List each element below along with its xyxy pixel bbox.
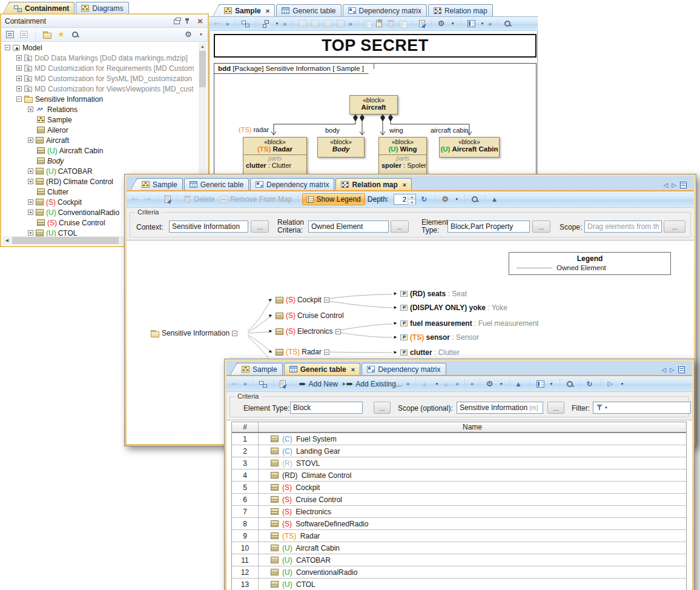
block-radar[interactable]: «block»(TS)Radarpartsclutter : Clutter: [243, 137, 307, 176]
collapse-toggle[interactable]: −: [324, 350, 329, 355]
map-node-sensor[interactable]: ►(TS) sensor : Sensor: [393, 333, 479, 342]
expand-toggle[interactable]: +: [28, 179, 33, 184]
block-aircraft[interactable]: «block»Aircraft: [349, 95, 398, 114]
dropdown-arrow-button[interactable]: ▼: [448, 18, 457, 30]
table-row-fuel-system[interactable]: 1(C) Fuel System: [232, 433, 686, 445]
search-button[interactable]: [69, 28, 82, 41]
scope-browse-button[interactable]: ...: [547, 402, 564, 414]
float-icon[interactable]: [174, 19, 180, 24]
expand-toggle[interactable]: +: [28, 210, 33, 215]
box-button[interactable]: [296, 18, 309, 30]
tab-close-icon[interactable]: ×: [351, 366, 355, 373]
spec-doc-button[interactable]: [417, 18, 428, 30]
expand-toggle[interactable]: +: [28, 168, 33, 174]
tab-close-icon[interactable]: ×: [403, 181, 406, 188]
containment-title-bar[interactable]: Containment: [1, 15, 208, 28]
play-button[interactable]: [605, 378, 618, 390]
table-row-stovl[interactable]: 3(R) STOVL: [232, 457, 686, 469]
tree-item-md-customization-for-requirements-md-custom[interactable]: +MD Customization for Requirements [MD C…: [1, 63, 199, 73]
table-row-radar[interactable]: 9(TS) Radar: [232, 530, 686, 542]
hierarchy-button[interactable]: [260, 18, 272, 30]
tab-scroll-right-icon[interactable]: ▷: [670, 366, 675, 373]
tree-item-md-customization-for-viewsviewpoints-md-cust[interactable]: +MD Customization for ViewsViewpoints [M…: [1, 84, 199, 94]
scroll-left-icon[interactable]: ◀: [2, 236, 12, 245]
table-row-cockpit[interactable]: 5(S) Cockpit: [232, 482, 686, 494]
favorites-button[interactable]: [55, 28, 68, 41]
map-node-yoke[interactable]: ►(DISPLAY ONLY) yoke : Yoke: [393, 303, 507, 312]
columns-button[interactable]: [465, 18, 478, 30]
collapse-toggle[interactable]: −: [5, 45, 10, 50]
block-wing[interactable]: «block»(U)Wingpartsspoler : Spoler: [378, 137, 427, 176]
dropdown-arrow-button[interactable]: ▼: [196, 28, 205, 41]
tab-generic-table[interactable]: Generic table: [184, 178, 249, 190]
collapse-up-button[interactable]: [513, 378, 526, 390]
table-row-ctol[interactable]: 13(U) CTOL: [232, 578, 686, 590]
back-button[interactable]: [211, 18, 224, 30]
overflow-chevron-icon[interactable]: »: [349, 21, 352, 27]
tab-diagrams[interactable]: Diagrams: [76, 2, 128, 14]
tab-dependency-matrix[interactable]: Dependency matrix: [250, 178, 334, 190]
settings-button[interactable]: [435, 18, 448, 30]
tree-item-model[interactable]: −Model: [1, 42, 199, 53]
tree-item-dod-data-markings-dod-data-markings-mdzip[interactable]: +DoD Data Markings [DoD data markings.md…: [1, 53, 199, 63]
settings-button[interactable]: [439, 193, 452, 205]
collapse-up-button[interactable]: [489, 193, 502, 205]
scroll-thumb[interactable]: [12, 237, 119, 244]
containment-tree-button[interactable]: [257, 378, 269, 390]
tab-list-icon[interactable]: [678, 366, 685, 373]
spinner-up-icon[interactable]: ▲: [408, 194, 415, 200]
tab-dependency-matrix[interactable]: Dependency matrix: [343, 4, 427, 16]
overflow-chevron-icon[interactable]: »: [243, 380, 247, 387]
back-button[interactable]: [129, 193, 142, 205]
table-row-catobar[interactable]: 11(U) CATOBAR: [232, 554, 686, 566]
tab-generic-table[interactable]: Generic table: [276, 4, 341, 16]
table-row-cruise-control[interactable]: 6(S) Cruise Control: [232, 494, 686, 506]
funnel-icon[interactable]: [596, 403, 604, 411]
column-header-name[interactable]: Name: [259, 422, 686, 432]
delete-button[interactable]: Delete: [181, 193, 217, 205]
up-arrow-button[interactable]: [441, 378, 454, 390]
tree-item-md-customization-for-sysml-md-customization[interactable]: +MD Customization for SysML [MD_customiz…: [1, 73, 199, 84]
tab-scroll-left-icon[interactable]: ◁: [662, 366, 667, 373]
dropdown-arrow-button[interactable]: ▼: [547, 378, 556, 390]
element-type-browse-button[interactable]: ...: [374, 402, 391, 414]
expand-toggle[interactable]: +: [28, 138, 33, 143]
tab-relation-map[interactable]: Relation map×: [335, 178, 412, 190]
tab-dependency-matrix[interactable]: Dependency matrix: [362, 363, 446, 375]
expand-toggle[interactable]: +: [28, 230, 33, 236]
map-node-clutter[interactable]: ►clutter : Clutter: [393, 348, 460, 357]
map-node-cockpit[interactable]: ►(S)Cockpit−: [268, 296, 329, 304]
overflow-chevron-icon[interactable]: »: [489, 21, 492, 27]
tree-item-relations[interactable]: +Relations: [1, 104, 199, 114]
block-cabin[interactable]: «block»(U)Aircraft Cabin: [439, 137, 500, 157]
overflow-chevron-icon[interactable]: »: [456, 380, 460, 387]
overflow-chevron-icon[interactable]: »: [406, 380, 410, 387]
tab-containment[interactable]: Containment: [8, 2, 74, 14]
generic-table-window[interactable]: SampleGeneric table×Dependency matrix◁▷ …: [224, 359, 695, 590]
copy-button[interactable]: [362, 18, 374, 30]
pin-icon[interactable]: [184, 18, 192, 25]
tree-item-sample[interactable]: Sample: [1, 114, 199, 125]
map-node-electronics[interactable]: ►(S)Electronics−: [268, 327, 341, 336]
expand-toggle[interactable]: +: [16, 55, 22, 61]
table-row-electronics[interactable]: 7(S) Electronics: [232, 506, 686, 518]
table-row-aircraft-cabin[interactable]: 10(U) Aircraft Cabin: [232, 542, 686, 554]
table-row-softwaredefinedradio[interactable]: 8(S) SoftwareDefinedRadio: [232, 518, 686, 530]
tree-item-aileror[interactable]: Aileror: [1, 125, 199, 135]
filter-field[interactable]: ▼: [593, 402, 691, 414]
dropdown-arrow-button[interactable]: ▼: [618, 378, 627, 390]
forward-button[interactable]: [142, 193, 154, 205]
element-type-browse-button[interactable]: ...: [532, 220, 550, 233]
tree-item-aircraft-cabin[interactable]: (U)Aircraft Cabin: [1, 145, 199, 156]
dropdown-arrow-button[interactable]: ▼: [432, 378, 441, 390]
map-node-cruise-control[interactable]: ►(S)Cruise Control: [268, 311, 344, 320]
copy-button[interactable]: [397, 18, 409, 30]
map-node-seats[interactable]: ►(RD) seats : Seat: [393, 290, 467, 298]
box-button[interactable]: [334, 18, 347, 30]
element-type-field[interactable]: [447, 220, 530, 233]
refresh-button[interactable]: [418, 193, 431, 205]
containment-tree-button[interactable]: [239, 18, 252, 30]
context-field[interactable]: [169, 220, 248, 233]
overflow-chevron-icon[interactable]: »: [471, 380, 474, 387]
collapse-toggle[interactable]: −: [232, 331, 237, 336]
